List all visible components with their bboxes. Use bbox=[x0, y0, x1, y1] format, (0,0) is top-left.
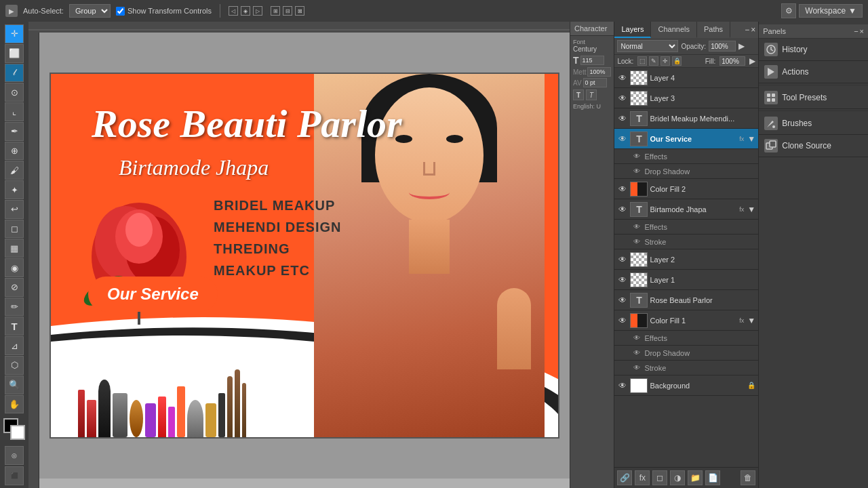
eraser-tool[interactable]: ◻ bbox=[5, 220, 24, 239]
workspace-button[interactable]: Workspace ▼ bbox=[799, 4, 863, 18]
eye-effects-os[interactable]: 👁 bbox=[633, 152, 640, 160]
brush-tool[interactable]: 🖌 bbox=[5, 161, 24, 180]
layer-item-bridel[interactable]: 👁 T Bridel Meakup Mehendi... bbox=[614, 108, 758, 129]
brushes-item[interactable]: Brushes bbox=[759, 113, 868, 135]
eye-layer2[interactable]: 👁 bbox=[617, 255, 628, 264]
layer-item-layer2[interactable]: 👁 Layer 2 bbox=[614, 249, 758, 270]
history-brush-tool[interactable]: ↩ bbox=[5, 200, 24, 219]
layer-item-colorfill2[interactable]: 👁 Color Fill 2 bbox=[614, 179, 758, 199]
pen-tool[interactable]: ✏ bbox=[5, 298, 24, 317]
eye-stroke-cf1[interactable]: 👁 bbox=[633, 364, 640, 371]
eyedropper-tool[interactable]: ✒ bbox=[5, 122, 24, 141]
eye-background[interactable]: 👁 bbox=[617, 381, 628, 390]
blur-tool[interactable]: ◉ bbox=[5, 258, 24, 277]
ourservice-options[interactable]: ▼ bbox=[747, 134, 755, 144]
align-center-icon[interactable]: ◈ bbox=[241, 6, 250, 16]
eye-layer1[interactable]: 👁 bbox=[617, 275, 628, 285]
tracking-input[interactable] bbox=[587, 67, 611, 77]
eye-dropshadow-cf1[interactable]: 👁 bbox=[633, 349, 640, 357]
blend-mode-select[interactable]: Normal Multiply Screen bbox=[617, 40, 678, 52]
minimize-layers-btn[interactable]: − bbox=[745, 25, 749, 35]
history-item[interactable]: History bbox=[759, 39, 868, 61]
screen-mode-btn[interactable]: ⬛ bbox=[5, 466, 24, 485]
eye-stroke-bm[interactable]: 👁 bbox=[633, 238, 640, 245]
group-select[interactable]: Group Layer bbox=[69, 4, 111, 18]
lock-position-icon[interactable]: ✛ bbox=[660, 56, 670, 66]
lock-image-icon[interactable]: ✎ bbox=[649, 56, 658, 66]
quick-mask-btn[interactable]: ◎ bbox=[5, 446, 24, 465]
tab-layers[interactable]: Layers bbox=[614, 22, 651, 38]
clone-source-item[interactable]: Clone Source bbox=[759, 135, 868, 157]
lasso-tool[interactable]: 𝓁 bbox=[5, 64, 24, 83]
distribute-icon-2[interactable]: ⊟ bbox=[283, 6, 292, 16]
layer-item-rosebeauti[interactable]: 👁 T Rose Beauti Parlor bbox=[614, 290, 758, 310]
close-layers-btn[interactable]: × bbox=[751, 25, 755, 35]
opacity-input[interactable] bbox=[709, 41, 736, 52]
eye-dropshadow-os[interactable]: 👁 bbox=[633, 167, 640, 175]
actions-item[interactable]: Actions bbox=[759, 61, 868, 83]
color-picker[interactable] bbox=[3, 418, 25, 440]
options-icon[interactable]: ⚙ bbox=[781, 3, 796, 18]
show-transform-label[interactable]: Show Transform Controls bbox=[116, 7, 212, 16]
layer-item-layer4[interactable]: 👁 Layer 4 bbox=[614, 68, 758, 88]
hand-tool[interactable]: ✋ bbox=[5, 395, 24, 414]
distribute-icon-3[interactable]: ⊠ bbox=[295, 6, 304, 16]
move-tool[interactable]: ✛ bbox=[5, 24, 24, 43]
leading-input[interactable] bbox=[583, 78, 607, 87]
min-right-panel-btn[interactable]: − bbox=[854, 27, 858, 35]
lock-transparent-icon[interactable]: ⬚ bbox=[637, 56, 647, 66]
align-right-icon[interactable]: ▷ bbox=[253, 6, 262, 16]
eye-layer3[interactable]: 👁 bbox=[617, 94, 628, 103]
shape-tool[interactable]: ⬡ bbox=[5, 356, 24, 375]
eye-rosebeauti[interactable]: 👁 bbox=[617, 296, 628, 305]
distribute-icon-1[interactable]: ⊞ bbox=[271, 6, 280, 16]
colorfill1-options[interactable]: ▼ bbox=[747, 316, 755, 325]
eye-effects-cf1[interactable]: 👁 bbox=[633, 334, 640, 342]
eye-birtamode[interactable]: 👁 bbox=[617, 205, 628, 214]
transform-checkbox[interactable] bbox=[116, 7, 125, 16]
zoom-tool[interactable]: 🔍 bbox=[5, 375, 24, 394]
eye-colorfill2[interactable]: 👁 bbox=[617, 184, 628, 194]
gradient-tool[interactable]: ▦ bbox=[5, 239, 24, 258]
layer-item-birtamode[interactable]: 👁 T Birtamode Jhapa fx ▼ bbox=[614, 199, 758, 220]
add-style-btn[interactable]: fx bbox=[635, 470, 650, 485]
eye-bridel[interactable]: 👁 bbox=[617, 114, 628, 123]
quick-select-tool[interactable]: ⊙ bbox=[5, 83, 24, 102]
opacity-arrow[interactable]: ▶ bbox=[738, 41, 745, 51]
new-group-btn[interactable]: 📁 bbox=[688, 470, 703, 485]
bold-btn[interactable]: T bbox=[573, 89, 584, 100]
eye-effects-bm[interactable]: 👁 bbox=[633, 223, 640, 230]
eye-ourservice[interactable]: 👁 bbox=[617, 134, 628, 144]
fill-input[interactable] bbox=[719, 56, 745, 66]
align-left-icon[interactable]: ◁ bbox=[229, 6, 238, 16]
tab-paths[interactable]: Paths bbox=[697, 22, 730, 38]
background-color[interactable] bbox=[10, 425, 25, 440]
delete-layer-btn[interactable]: 🗑 bbox=[741, 470, 755, 485]
text-tool[interactable]: T bbox=[5, 317, 24, 336]
italic-btn[interactable]: T bbox=[586, 89, 597, 100]
healing-tool[interactable]: ⊕ bbox=[5, 142, 24, 161]
birtamode-options[interactable]: ▼ bbox=[747, 205, 755, 214]
eye-layer4[interactable]: 👁 bbox=[617, 73, 628, 83]
layer-item-background[interactable]: 👁 Background 🔒 bbox=[614, 375, 758, 396]
layer-item-ourservice[interactable]: 👁 T Our Service fx ▼ bbox=[614, 129, 758, 149]
add-mask-btn[interactable]: ◻ bbox=[652, 470, 667, 485]
new-adjustment-btn[interactable]: ◑ bbox=[670, 470, 685, 485]
dodge-tool[interactable]: ⊘ bbox=[5, 278, 24, 297]
layer-item-layer3[interactable]: 👁 Layer 3 bbox=[614, 88, 758, 108]
tool-presets-item[interactable]: Tool Presets bbox=[759, 87, 868, 109]
crop-tool[interactable]: ⌞ bbox=[5, 102, 24, 121]
lock-all-icon[interactable]: 🔒 bbox=[672, 56, 682, 66]
eye-colorfill1[interactable]: 👁 bbox=[617, 316, 628, 325]
clone-tool[interactable]: ✦ bbox=[5, 180, 24, 199]
layer-item-colorfill1[interactable]: 👁 Color Fill 1 fx ▼ bbox=[614, 310, 758, 331]
font-size-input[interactable] bbox=[580, 56, 604, 65]
new-layer-btn[interactable]: 📄 bbox=[705, 470, 720, 485]
character-tab[interactable]: Character bbox=[570, 22, 614, 36]
close-right-panel-btn[interactable]: × bbox=[860, 27, 864, 35]
link-layers-btn[interactable]: 🔗 bbox=[617, 470, 632, 485]
path-tool[interactable]: ⊿ bbox=[5, 336, 24, 355]
marquee-tool[interactable]: ⬜ bbox=[5, 44, 24, 63]
fill-arrow[interactable]: ▶ bbox=[749, 56, 755, 66]
layer-item-layer1[interactable]: 👁 Layer 1 bbox=[614, 270, 758, 290]
